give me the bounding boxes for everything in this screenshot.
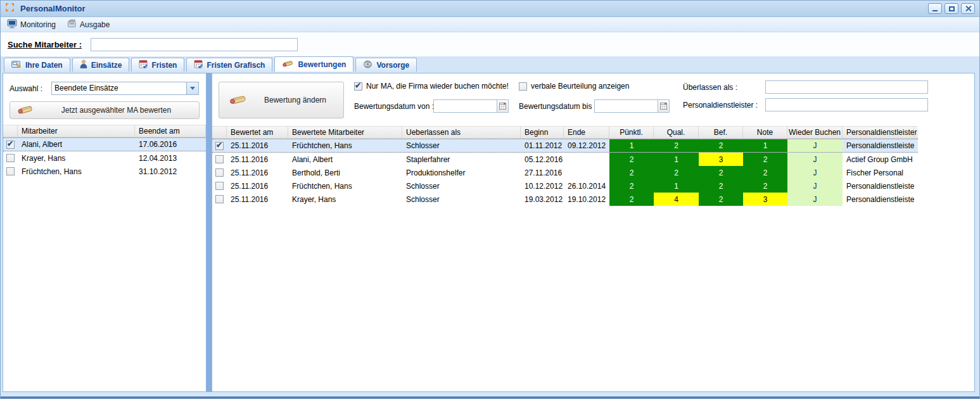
tab-content-bewertungen: Auswahl : Beendete Einsätze Jetzt ausgew… [1,72,979,398]
bewertete-mitarbeiter-column-header[interactable]: Bewertete Mitarbeiter [288,127,402,138]
nur-ma-checkbox[interactable] [354,82,362,91]
ueberlassen-cell: Schlosser [402,193,521,206]
beginn-cell: 27.11.2016 [521,166,564,179]
table-row[interactable]: Krayer, Hans 12.04.2013 [3,151,206,165]
menu-monitoring[interactable]: Monitoring [4,18,58,32]
table-header: Bewertet am Bewertete Mitarbeiter Ueberl… [212,126,918,139]
bef-column-header[interactable]: Bef. [699,127,743,138]
verbale-checkbox[interactable] [519,82,527,91]
nur-ma-checkbox-row[interactable]: Nur MA, die Firma wieder buchen möchte! [354,82,509,91]
tab-ihre-daten[interactable]: Ihre Daten [4,58,70,72]
personaldienstleister-cell: Actief Group GmbH [843,153,914,166]
personaldienstleister-input[interactable] [765,98,928,111]
tab-bewertungen[interactable]: Bewertungen [274,56,353,72]
tab-fristen-grafisch[interactable]: Fristen Grafisch [186,58,272,72]
qual-rating-cell: 4 [654,193,699,206]
datum-von-field[interactable] [433,99,509,113]
calendar-picker-icon [499,103,506,110]
ueberlassen-als-column-header[interactable]: Ueberlassen als [402,127,521,138]
filler-cell [914,139,918,152]
table-row[interactable]: Alani, Albert 17.06.2016 [3,137,206,151]
row-checkbox[interactable] [215,182,224,190]
mitarbeiter-cell: Früchtchen, Hans [18,165,135,178]
table-row[interactable]: 25.11.2016 Berthold, Berti Produktionshe… [212,166,918,179]
menu-ausgabe[interactable]: Ausgabe [65,18,112,31]
jetzt-bewerten-button[interactable]: Jetzt ausgewählter MA bewerten [10,101,200,119]
puenktl-rating-cell: 2 [609,179,654,193]
bewertungen-table: Bewertet am Bewertete Mitarbeiter Ueberl… [212,126,918,206]
maximize-button[interactable] [945,3,958,14]
tab-vorsorge[interactable]: Vorsorge [355,58,417,72]
personaldienstleister-column-header[interactable]: Personaldienstleister [843,127,914,138]
ueberlassen-als-input[interactable] [765,80,928,94]
title-bar: PersonalMonitor [1,1,979,17]
personaldienstleister-label: Personaldienstleister : [683,101,758,110]
row-checkbox[interactable] [215,155,224,163]
mitarbeiter-cell: Krayer, Hans [288,193,402,206]
close-icon [965,6,971,11]
checkbox-column-header[interactable] [212,127,227,138]
mitarbeiter-column-header[interactable]: Mitarbeiter [18,125,135,137]
personaldienstleister-cell: Personaldienstleister [843,179,914,193]
bewertung-aendern-button[interactable]: Bewertung ändern [219,82,344,118]
note-column-header[interactable]: Note [743,127,787,138]
table-row[interactable]: 25.11.2016 Früchtchen, Hans Schlosser 01… [212,139,918,153]
beendet-am-cell: 12.04.2013 [135,151,206,165]
bewertet-am-cell: 25.11.2016 [227,153,288,166]
puenktl-column-header[interactable]: Pünktl. [609,127,654,138]
tab-label: Fristen [151,61,177,70]
datum-von-picker-button[interactable] [497,100,508,112]
checkbox-column-header[interactable] [3,125,18,137]
tab-fristen[interactable]: Fristen [131,58,184,72]
search-input[interactable] [91,38,298,51]
app-icon [5,3,15,15]
calendar-picker-icon [660,103,667,110]
note-rating-cell: 2 [743,153,787,166]
beginn-cell: 10.12.2012 [521,179,564,193]
ueberlassen-cell: Staplerfahrer [402,153,521,166]
tab-einsaetze[interactable]: Einsätze [72,58,130,72]
bewertet-am-column-header[interactable]: Bewertet am [227,127,288,138]
wieder-buchen-column-header[interactable]: Wieder Buchen [787,127,843,138]
table-row[interactable]: 25.11.2016 Krayer, Hans Schlosser 19.03.… [212,193,918,206]
table-row[interactable]: 25.11.2016 Früchtchen, Hans Schlosser 10… [212,179,918,193]
row-checkbox[interactable] [6,154,15,162]
beendet-am-column-header[interactable]: Beendet am [135,125,206,137]
auswahl-dropdown-button[interactable] [186,82,198,94]
beginn-column-header[interactable]: Beginn [521,127,564,138]
qual-rating-cell: 2 [654,166,699,179]
menu-monitoring-label: Monitoring [20,20,56,29]
table-row[interactable]: 25.11.2016 Alani, Albert Staplerfahrer 0… [212,153,918,166]
row-checkbox[interactable] [215,142,224,150]
wieder-buchen-cell: J [787,166,843,179]
ueberlassen-cell: Schlosser [402,179,521,193]
close-button[interactable] [961,3,975,14]
row-checkbox[interactable] [6,141,15,149]
minimize-button[interactable] [928,3,942,14]
tab-label: Bewertungen [298,60,346,69]
wieder-buchen-cell: J [787,139,843,152]
qual-rating-cell: 1 [654,179,699,193]
auswahl-selected-value: Beendete Einsätze [52,82,186,94]
datum-bis-picker-button[interactable] [658,100,669,112]
puenktl-rating-cell: 2 [609,193,654,206]
bef-rating-cell: 2 [699,193,743,206]
row-checkbox[interactable] [215,195,224,203]
row-checkbox[interactable] [215,168,224,177]
row-checkbox[interactable] [6,167,15,175]
panel-splitter[interactable] [207,73,212,392]
monitoring-icon [7,19,17,30]
mitarbeiter-cell: Alani, Albert [18,138,135,151]
verbale-checkbox-row[interactable]: verbale Beurteilung anzeigen [519,82,629,91]
ende-cell: 19.10.2012 [564,193,609,206]
maximize-icon [949,6,955,11]
auswahl-select[interactable]: Beendete Einsätze [51,82,199,95]
ende-column-header[interactable]: Ende [564,127,609,138]
datum-bis-field[interactable] [594,99,670,113]
jetzt-bewerten-label: Jetzt ausgewählter MA bewerten [34,106,199,115]
table-row[interactable]: Früchtchen, Hans 31.10.2012 [3,165,206,178]
qual-column-header[interactable]: Qual. [654,127,699,138]
mitarbeiter-cell: Krayer, Hans [18,151,135,165]
mitarbeiter-cell: Früchtchen, Hans [288,179,402,193]
beginn-cell: 01.11.2012 [521,139,564,152]
